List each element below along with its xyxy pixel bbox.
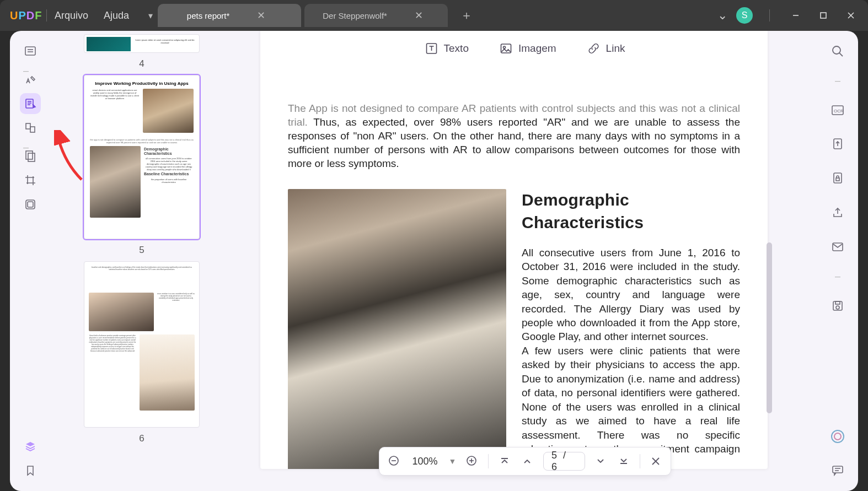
divider: – [835,271,840,282]
svg-rect-13 [26,151,33,159]
comment-tool-icon[interactable] [20,69,41,90]
close-window-button[interactable] [842,6,860,25]
page-number: 4 [78,58,205,69]
thumbnail-panel: lorem ipsum dolor sit amet consectetur a… [51,31,233,491]
svg-text:OCR: OCR [834,109,844,114]
svg-rect-36 [835,301,840,304]
svg-point-39 [834,433,841,440]
share-icon[interactable] [827,202,848,223]
svg-rect-12 [30,127,35,132]
layers-icon[interactable] [20,436,41,457]
edit-toolbar: Texto Imagem Link [425,42,625,55]
protect-icon[interactable] [827,168,848,189]
organize-pages-icon[interactable] [20,117,41,138]
close-icon[interactable]: ✕ [415,9,423,21]
svg-rect-4 [25,47,35,55]
tab-pets-report[interactable]: pets report* ✕ [158,4,301,27]
zoom-in-button[interactable] [465,454,479,469]
comment-panel-icon[interactable] [827,460,848,481]
zoom-dropdown-icon[interactable]: ▼ [449,457,457,466]
document-page: The App is not designed to compare AR pa… [260,31,768,469]
close-icon[interactable]: ✕ [257,9,265,21]
text-tool[interactable]: Texto [425,42,469,55]
page-number: 6 [78,433,205,444]
avatar[interactable]: S [736,7,753,24]
thumbnail-page-6[interactable]: baseline and demographics and baseline u… [84,261,200,428]
page-number: 5 [78,245,205,256]
tab-label: pets report* [187,11,230,20]
body-text: All consecutive users from June 1, 2016 … [522,246,740,344]
heading-demographic: Demographic Characteristics [522,189,740,233]
link-tool[interactable]: Link [587,42,625,55]
first-page-button[interactable] [497,454,512,469]
svg-rect-40 [833,466,843,473]
maximize-button[interactable] [814,6,833,25]
menu-arquivo[interactable]: Arquivo [55,10,88,21]
tab-steppenwolf[interactable]: Der Steppenwolf* ✕ [304,4,448,27]
next-page-button[interactable] [594,454,608,469]
svg-rect-16 [28,202,33,207]
thumbnail-page-4[interactable]: lorem ipsum dolor sit amet consectetur a… [84,34,200,53]
tab-dropdown[interactable]: ▾ [143,8,158,23]
app-logo: UPDF [0,9,39,22]
search-icon[interactable] [827,41,848,62]
close-findbar-button[interactable] [649,454,663,469]
svg-rect-18 [501,44,511,53]
divider: – [835,75,840,87]
svg-point-19 [503,46,506,48]
minimize-button[interactable] [786,6,805,25]
tab-label: Der Steppenwolf* [323,11,387,20]
divider: – [23,65,37,66]
divider [46,9,47,21]
stamp-tool-icon[interactable] [20,194,41,215]
edit-tool-icon[interactable] [20,93,41,114]
convert-icon[interactable] [827,134,848,155]
email-icon[interactable] [827,236,848,257]
ai-assistant-icon[interactable] [827,426,848,447]
svg-point-27 [833,46,840,54]
svg-rect-11 [26,123,30,129]
svg-rect-7 [26,99,33,108]
page-tools-icon[interactable] [20,145,41,166]
ocr-icon[interactable]: OCR [827,100,848,121]
scrollbar[interactable] [767,64,772,463]
zoom-out-button[interactable] [387,454,401,469]
image-tool[interactable]: Imagem [500,42,556,55]
svg-rect-14 [28,153,35,161]
page-input[interactable]: 5 / 6 [543,452,585,471]
thumb-heading: Improve Working Productivity in Using Ap… [90,81,194,87]
svg-point-38 [832,430,844,443]
thumbnail-page-5[interactable]: Improve Working Productivity in Using Ap… [84,75,200,239]
crop-tool-icon[interactable] [20,170,41,191]
prev-page-button[interactable] [520,454,534,469]
svg-point-37 [836,306,839,309]
svg-rect-33 [836,178,839,181]
divider [769,9,770,21]
last-page-button[interactable] [617,454,631,469]
svg-rect-1 [821,13,826,18]
divider: – [23,142,37,142]
content-image [288,189,506,469]
navigation-bar: 100% ▼ 5 / 6 [379,447,671,476]
svg-line-28 [839,53,843,56]
body-text: The App is not designed to compare AR pa… [288,101,740,170]
new-tab-button[interactable]: ＋ [457,6,476,25]
reader-mode-icon[interactable] [20,41,41,62]
zoom-value: 100% [410,456,440,467]
menu-ajuda[interactable]: Ajuda [104,10,129,21]
save-icon[interactable] [827,295,848,316]
chevron-down-icon[interactable]: ⌄ [717,8,727,23]
bookmark-icon[interactable] [20,460,41,481]
